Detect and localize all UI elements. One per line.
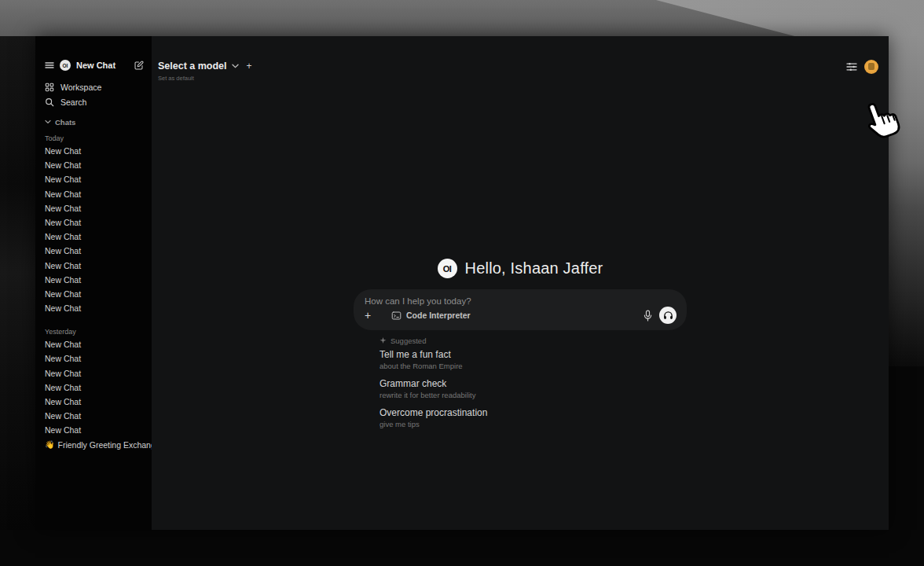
named-chat-label: Friendly Greeting Exchange [57, 440, 160, 450]
sidebar: OI New Chat Workspace [35, 36, 152, 530]
chat-list-item[interactable]: New Chat [45, 273, 144, 287]
suggested-section: Suggested Tell me a fun fact about the R… [354, 335, 687, 428]
prompt-subtitle: about the Roman Empire [380, 362, 687, 370]
controls-sliders-icon[interactable] [846, 62, 857, 72]
greeting-text: Hello, Ishaan Jaffer [465, 259, 603, 277]
model-selector-label: Select a model [158, 61, 227, 72]
new-chat-icon[interactable] [134, 61, 144, 71]
chevron-down-icon [232, 64, 239, 68]
sidebar-toggle-icon[interactable] [45, 61, 54, 69]
chat-list-item[interactable]: New Chat [45, 144, 144, 158]
wallpaper-right-band [889, 36, 924, 366]
chat-list: New ChatNew ChatNew ChatNew ChatNew Chat… [45, 144, 144, 315]
suggested-prompt[interactable]: Overcome procrastination give me tips [380, 407, 687, 428]
grid-icon [45, 83, 54, 92]
chat-list-item[interactable]: New Chat [45, 380, 144, 395]
chats-section-header[interactable]: Chats [45, 116, 144, 127]
chat-list-item[interactable]: New Chat [45, 259, 144, 273]
set-as-default-button[interactable]: Set as default [158, 75, 252, 82]
message-composer[interactable]: + Code Interpreter [354, 289, 687, 330]
prompt-title: Overcome procrastination [380, 407, 687, 418]
search-icon [45, 97, 54, 107]
top-navigation: Select a model + Set as default [152, 36, 889, 85]
chat-list-item[interactable]: New Chat [45, 201, 144, 215]
code-interpreter-toggle[interactable]: Code Interpreter [391, 311, 471, 321]
app-window: OI New Chat Workspace [35, 36, 889, 530]
chat-list-item[interactable]: New Chat [45, 287, 144, 301]
chat-list-item[interactable]: New Chat [45, 366, 144, 380]
chat-list-item[interactable]: New Chat [45, 409, 144, 423]
chat-list-item[interactable]: New Chat [45, 172, 144, 186]
prompt-title: Grammar check [380, 378, 687, 389]
message-input[interactable] [365, 296, 676, 306]
chat-list-item[interactable]: New Chat [45, 351, 144, 366]
center-column: OI Hello, Ishaan Jaffer + [354, 259, 687, 436]
wallpaper-left-band [0, 36, 35, 530]
chat-list-item[interactable]: New Chat [45, 215, 144, 230]
suggested-prompt[interactable]: Grammar check rewrite it for better read… [380, 378, 687, 399]
headphones-icon [663, 311, 673, 320]
app-logo: OI [438, 259, 457, 278]
sidebar-item-search[interactable]: Search [45, 94, 144, 109]
microphone-icon[interactable] [644, 310, 652, 322]
chat-list-item[interactable]: New Chat [45, 158, 144, 172]
sparkle-icon [380, 337, 387, 344]
greeting: OI Hello, Ishaan Jaffer [354, 259, 687, 278]
model-selector[interactable]: Select a model + [158, 61, 252, 72]
group-label: Today [45, 133, 144, 144]
chat-list-item[interactable]: New Chat [45, 423, 144, 437]
suggested-prompt[interactable]: Tell me a fun fact about the Roman Empir… [380, 349, 687, 370]
chat-group-today: Today New ChatNew ChatNew ChatNew ChatNe… [45, 133, 144, 315]
user-avatar[interactable] [864, 60, 878, 74]
app-logo: OI [60, 60, 71, 71]
main-area: Select a model + Set as default [152, 36, 889, 530]
command-line-icon [391, 311, 402, 321]
chat-list-item[interactable]: New Chat [45, 337, 144, 351]
search-label: Search [60, 97, 86, 107]
add-model-button[interactable]: + [247, 61, 252, 72]
chat-list: New ChatNew ChatNew ChatNew ChatNew Chat… [45, 337, 144, 437]
chat-list-item[interactable]: New Chat [45, 230, 144, 244]
suggested-label: Suggested [390, 336, 426, 345]
workspace-label: Workspace [60, 83, 101, 92]
sidebar-item-workspace[interactable]: Workspace [45, 79, 144, 94]
prompt-subtitle: give me tips [380, 420, 687, 428]
chat-list-item[interactable]: New Chat [45, 301, 144, 315]
chat-group-yesterday: Yesterday New ChatNew ChatNew ChatNew Ch… [45, 326, 144, 437]
desktop: OI New Chat Workspace [0, 0, 924, 566]
chats-label: Chats [55, 118, 75, 127]
code-interpreter-label: Code Interpreter [406, 311, 471, 320]
sidebar-title: New Chat [76, 61, 128, 70]
chat-list-item[interactable]: New Chat [45, 244, 144, 258]
attach-plus-button[interactable]: + [365, 310, 377, 321]
chat-list-item[interactable]: New Chat [45, 395, 144, 409]
prompt-title: Tell me a fun fact [380, 349, 687, 360]
chat-list-item-named[interactable]: 👋 Friendly Greeting Exchange [45, 438, 144, 452]
chevron-down-icon [45, 119, 51, 124]
chat-list-item[interactable]: New Chat [45, 187, 144, 201]
group-label: Yesterday [45, 326, 144, 337]
wave-emoji-icon: 👋 [45, 441, 54, 449]
wallpaper-top-band [0, 0, 924, 36]
sidebar-header: OI New Chat [45, 58, 144, 72]
prompt-subtitle: rewrite it for better readability [380, 391, 687, 399]
voice-call-button[interactable] [659, 307, 676, 324]
